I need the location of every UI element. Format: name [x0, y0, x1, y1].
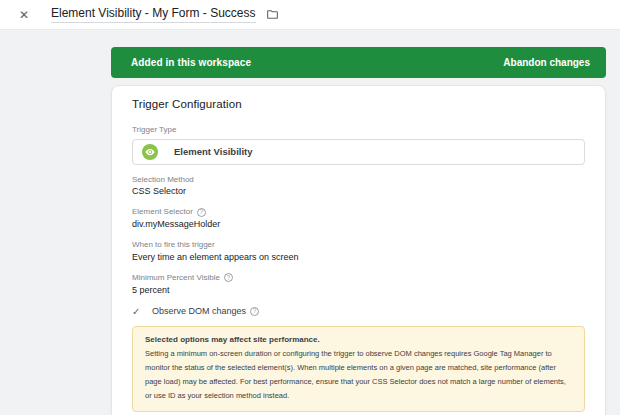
field-value: Every time an element appears on screen	[132, 252, 585, 263]
field-element-selector: Element Selector ? div.myMessageHolder	[132, 207, 585, 230]
warning-body: Setting a minimum on-screen duration or …	[145, 347, 572, 403]
performance-warning-box: Selected options may affect site perform…	[132, 326, 585, 412]
element-visibility-eye-icon	[142, 144, 158, 160]
warning-title: Selected options may affect site perform…	[145, 334, 572, 346]
field-minimum-percent-visible: Minimum Percent Visible ? 5 percent	[132, 273, 585, 296]
field-label: When to fire this trigger	[132, 240, 585, 250]
folder-icon[interactable]	[266, 8, 279, 21]
trigger-type-selector[interactable]: Element Visibility	[132, 139, 585, 165]
card-title: Trigger Configuration	[132, 98, 585, 110]
field-label: Selection Method	[132, 175, 585, 185]
help-icon[interactable]: ?	[224, 273, 233, 282]
trigger-name-field[interactable]: Element Visibility - My Form - Success	[51, 6, 256, 22]
trigger-configuration-card: Trigger Configuration Trigger Type Eleme…	[111, 85, 606, 415]
close-icon[interactable]: ✕	[17, 9, 31, 21]
field-value: 5 percent	[132, 285, 585, 296]
abandon-changes-button[interactable]: Abandon changes	[503, 57, 590, 68]
field-value: div.myMessageHolder	[132, 219, 585, 230]
workspace-status-text: Added in this workspace	[131, 57, 251, 68]
top-bar: ✕ Element Visibility - My Form - Success	[0, 0, 620, 30]
checkmark-icon: ✓	[132, 306, 144, 317]
trigger-type-label: Trigger Type	[132, 125, 585, 135]
field-when-to-fire: When to fire this trigger Every time an …	[132, 240, 585, 263]
workspace-banner: Added in this workspace Abandon changes	[111, 47, 606, 78]
field-selection-method: Selection Method CSS Selector	[132, 175, 585, 198]
help-icon[interactable]: ?	[250, 307, 259, 316]
observe-dom-changes-checkbox[interactable]: ✓ Observe DOM changes ?	[132, 306, 585, 317]
help-icon[interactable]: ?	[197, 208, 206, 217]
field-label: Element Selector	[132, 207, 193, 217]
main-area: Added in this workspace Abandon changes …	[0, 30, 620, 415]
field-label: Minimum Percent Visible	[132, 273, 220, 283]
checkbox-label: Observe DOM changes	[152, 306, 246, 316]
field-value: CSS Selector	[132, 186, 585, 197]
trigger-type-value: Element Visibility	[174, 146, 253, 157]
